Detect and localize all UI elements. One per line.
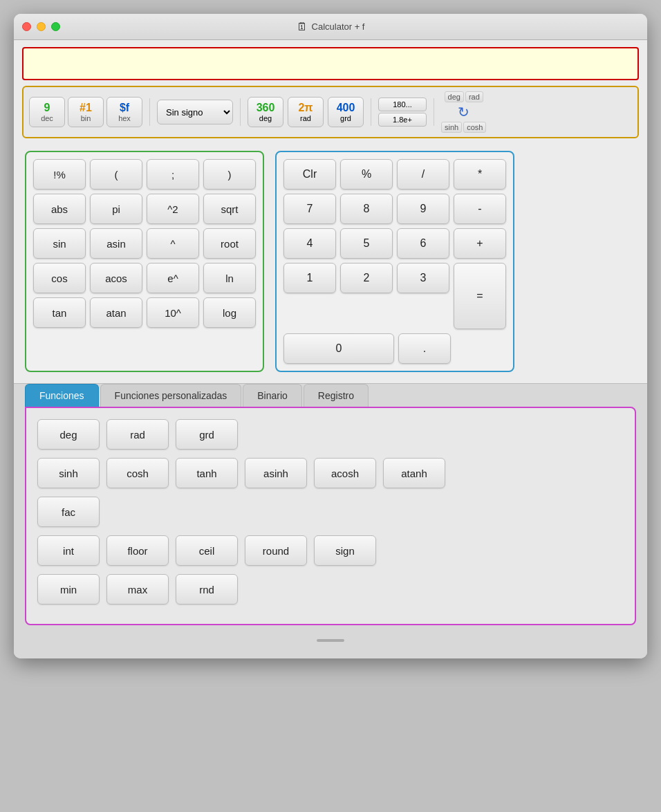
dot-button[interactable]: . <box>398 333 451 364</box>
eight-button[interactable]: 8 <box>340 194 393 224</box>
ln-button[interactable]: ln <box>203 263 256 293</box>
sq-button[interactable]: ^2 <box>147 194 199 224</box>
four-button[interactable]: 4 <box>283 228 336 259</box>
fn-row-1: deg rad grd <box>37 419 624 450</box>
cos-button[interactable]: cos <box>33 263 86 293</box>
num-row-1: Clr % / * <box>283 159 506 190</box>
asin-button[interactable]: asin <box>90 228 142 259</box>
deg-angle-button[interactable]: 360 deg <box>248 97 283 127</box>
fn-ceil-button[interactable]: ceil <box>176 535 238 566</box>
minus-button[interactable]: - <box>454 194 506 224</box>
hex-button[interactable]: $f hex <box>106 97 142 127</box>
atan-button[interactable]: atan <box>90 297 142 328</box>
nine-button[interactable]: 9 <box>397 194 449 224</box>
tab-binario[interactable]: Binario <box>243 384 302 407</box>
num-row-4: 1 2 3 = <box>283 263 506 329</box>
spec1-button[interactable]: 180... <box>378 98 427 111</box>
tab-funciones[interactable]: Funciones <box>25 384 99 407</box>
display-area <box>14 40 647 86</box>
pow-button[interactable]: ^ <box>147 228 199 259</box>
plus-button[interactable]: + <box>454 228 506 259</box>
close-button[interactable] <box>22 22 31 31</box>
spec2-button[interactable]: 1.8e+ <box>378 113 427 127</box>
fn-grd-button[interactable]: grd <box>176 419 238 450</box>
window-title: 🗓 Calculator + f <box>297 21 365 33</box>
sci-row-1: !% ( ; ) <box>33 159 256 190</box>
abs-button[interactable]: abs <box>33 194 86 224</box>
open-paren-button[interactable]: ( <box>90 159 142 190</box>
pi-button[interactable]: pi <box>90 194 142 224</box>
root-button[interactable]: root <box>203 228 256 259</box>
multiply-button[interactable]: * <box>454 159 506 190</box>
divide-button[interactable]: / <box>397 159 449 190</box>
log-button[interactable]: log <box>203 297 256 328</box>
fn-int-button[interactable]: int <box>37 535 100 566</box>
five-button[interactable]: 5 <box>340 228 393 259</box>
three-button[interactable]: 3 <box>397 263 449 293</box>
fn-acosh-button[interactable]: acosh <box>314 458 376 488</box>
sinh-cosh-group: deg rad ↻ sinh cosh <box>441 91 486 133</box>
fn-asinh-button[interactable]: asinh <box>245 458 307 488</box>
fn-sinh-button[interactable]: sinh <box>37 458 100 488</box>
sin-button[interactable]: sin <box>33 228 86 259</box>
numeric-keys: Clr % / * 7 8 9 - 4 5 6 + 1 2 <box>275 151 514 372</box>
rad-label: rad <box>465 91 483 102</box>
close-paren-button[interactable]: ) <box>203 159 256 190</box>
exp-button[interactable]: e^ <box>147 263 199 293</box>
fn-fac-button[interactable]: fac <box>37 497 100 527</box>
sinh-label: sinh <box>441 122 462 133</box>
mode-bar: 9 dec #1 bin $f hex Sin signo Con signo … <box>22 86 639 138</box>
display-input[interactable] <box>22 47 639 80</box>
fn-row-4: int floor ceil round sign <box>37 535 624 566</box>
one-button[interactable]: 1 <box>283 263 336 293</box>
fn-row-5: min max rnd <box>37 574 624 605</box>
maximize-button[interactable] <box>51 22 60 31</box>
scrollbar-indicator <box>317 639 344 642</box>
tab-registro[interactable]: Registro <box>304 384 369 407</box>
traffic-lights <box>22 22 60 31</box>
fn-atanh-button[interactable]: atanh <box>383 458 445 488</box>
semicolon-button[interactable]: ; <box>147 159 199 190</box>
fn-floor-button[interactable]: floor <box>106 535 169 566</box>
clr-button[interactable]: Clr <box>283 159 336 190</box>
calc-body: !% ( ; ) abs pi ^2 sqrt sin asin ^ root … <box>14 145 647 383</box>
sci-row-2: abs pi ^2 sqrt <box>33 194 256 224</box>
refresh-icon[interactable]: ↻ <box>458 104 469 120</box>
sign-select[interactable]: Sin signo Con signo <box>157 100 233 124</box>
sci-row-5: tan atan 10^ log <box>33 297 256 328</box>
deg-label: deg <box>445 91 464 102</box>
tab-funciones-personalizadas[interactable]: Funciones personalizadas <box>100 384 242 407</box>
rad-angle-button[interactable]: 2π rad <box>288 97 324 127</box>
num-row-5: 0 . <box>283 333 506 364</box>
divider-4 <box>434 98 434 126</box>
ten-pow-button[interactable]: 10^ <box>147 297 199 328</box>
sinh-tanh-row: sinh cosh <box>441 122 486 133</box>
grd-angle-button[interactable]: 400 grd <box>328 97 364 127</box>
minimize-button[interactable] <box>37 22 46 31</box>
fn-sign-button[interactable]: sign <box>314 535 376 566</box>
fn-cosh-button[interactable]: cosh <box>106 458 169 488</box>
tan-button[interactable]: tan <box>33 297 86 328</box>
fn-round-button[interactable]: round <box>245 535 307 566</box>
fn-min-button[interactable]: min <box>37 574 100 605</box>
six-button[interactable]: 6 <box>397 228 449 259</box>
dec-button[interactable]: 9 dec <box>29 97 65 127</box>
seven-button[interactable]: 7 <box>283 194 336 224</box>
percent-num-button[interactable]: % <box>340 159 393 190</box>
fn-rad-button[interactable]: rad <box>106 419 169 450</box>
num-row-2: 7 8 9 - <box>283 194 506 224</box>
percent-button[interactable]: !% <box>33 159 86 190</box>
acos-button[interactable]: acos <box>90 263 142 293</box>
sqrt-button[interactable]: sqrt <box>203 194 256 224</box>
fn-deg-button[interactable]: deg <box>37 419 100 450</box>
bin-button[interactable]: #1 bin <box>68 97 104 127</box>
equals-button[interactable]: = <box>454 263 506 329</box>
two-button[interactable]: 2 <box>340 263 393 293</box>
bottom-panel: Funciones Funciones personalizadas Binar… <box>14 383 647 658</box>
zero-button[interactable]: 0 <box>283 333 394 364</box>
fn-tanh-button[interactable]: tanh <box>176 458 238 488</box>
special-group: 180... 1.8e+ <box>378 98 427 127</box>
fn-max-button[interactable]: max <box>106 574 169 605</box>
fn-rnd-button[interactable]: rnd <box>176 574 238 605</box>
divider-2 <box>240 98 241 126</box>
